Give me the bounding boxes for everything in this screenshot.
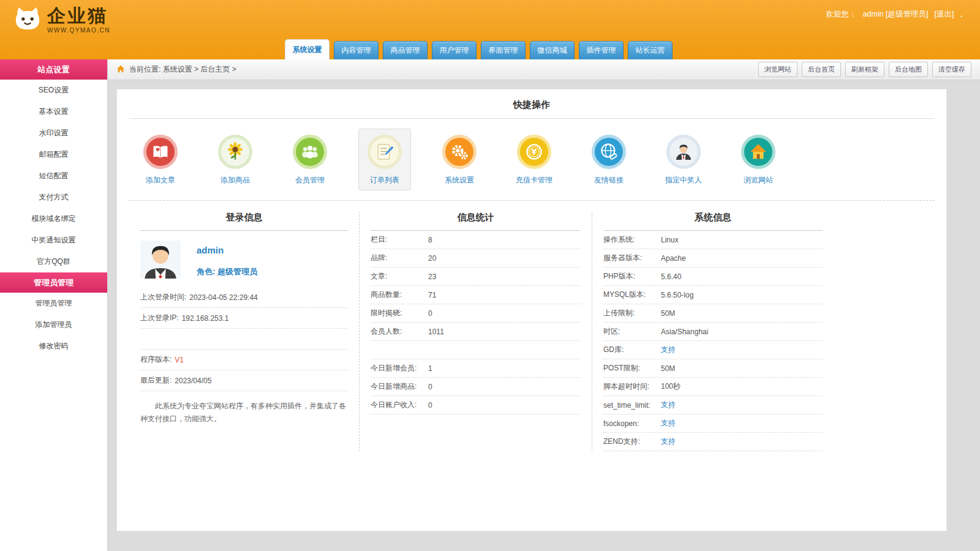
- system-info-row: set_time_limit: 支持: [603, 396, 823, 414]
- sunflower-icon: [218, 135, 252, 169]
- statistics-title: 信息统计: [371, 212, 581, 231]
- login-info-row: 上次登录IP: 192.168.253.1: [140, 308, 348, 329]
- sidebar-item[interactable]: 支付方式: [0, 187, 107, 208]
- system-info-panel: 系统信息 操作系统: Linux 服务器版本: Apache PHP版本:: [592, 212, 834, 451]
- quick-action-friend-links[interactable]: 友情链接: [582, 129, 635, 190]
- stat-row: 会员人数: 1011: [371, 323, 581, 341]
- stat-row: 栏目: 8: [371, 231, 581, 249]
- quick-action-label: 指定中奖人: [665, 175, 702, 186]
- system-info-row: 上传限制: 50M: [603, 304, 823, 323]
- current-user[interactable]: admin [超级管理员]: [863, 9, 929, 20]
- user-bar-suffix: 。: [960, 9, 968, 20]
- system-info-row: GD库: 支持: [603, 341, 823, 359]
- quick-action-assign-winner[interactable]: 指定中奖人: [657, 129, 710, 190]
- nav-tab[interactable]: 内容管理: [334, 41, 379, 59]
- nav-tab[interactable]: 系统设置: [285, 39, 330, 59]
- system-info-row: POST限制: 50M: [603, 359, 823, 378]
- system-info-row: 服务器版本: Apache: [603, 249, 823, 268]
- quick-action-order-list[interactable]: 订单列表: [358, 129, 411, 190]
- nav-tab[interactable]: 用户管理: [432, 41, 477, 59]
- info-columns: 登录信息 admin 角色: 超级管理员: [129, 212, 934, 451]
- quick-action-label: 浏览网站: [744, 175, 773, 186]
- stat-row: 限时揭晓: 0: [371, 304, 581, 323]
- nav-tab[interactable]: 商品管理: [383, 41, 428, 59]
- sidebar-item[interactable]: 中奖通知设置: [0, 230, 107, 251]
- system-info-row: 时区: Asia/Shanghai: [603, 323, 823, 341]
- avatar: [140, 241, 181, 281]
- stat-row: [371, 341, 581, 359]
- login-info-row: 程序版本: V1: [140, 350, 348, 370]
- gears-icon: [442, 135, 477, 169]
- quick-action-recharge-cards[interactable]: ¥ 充值卡管理: [508, 129, 560, 190]
- sidebar-item[interactable]: 邮箱配置: [0, 144, 107, 165]
- sidebar: 站点设置 SEO设置 基本设置 水印设置 邮箱配置 短信配置 支付方式 模块域名…: [0, 59, 108, 551]
- breadcrumb-bar: 当前位置: 系统设置 > 后台主页 > 浏览网站 后台首页 刷新框架 后台地图 …: [108, 59, 980, 80]
- quick-action-label: 添加商品: [221, 175, 250, 186]
- stat-row: 今日新增会员: 1: [371, 359, 581, 378]
- sidebar-item[interactable]: 短信配置: [0, 165, 107, 187]
- sidebar-item[interactable]: 水印设置: [0, 122, 107, 144]
- breadcrumb-action-button[interactable]: 刷新框架: [845, 62, 884, 77]
- breadcrumb-action-button[interactable]: 后台首页: [802, 62, 841, 77]
- system-info-title: 系统信息: [603, 212, 823, 231]
- cat-logo-icon: [13, 6, 42, 34]
- breadcrumb-action-button[interactable]: 清空缓存: [932, 62, 971, 77]
- breadcrumb-action-button[interactable]: 后台地图: [889, 62, 928, 77]
- article-book-icon: [143, 135, 178, 169]
- globe-link-icon: [592, 135, 626, 169]
- sidebar-admin-items: 管理员管理 添加管理员 修改密码: [0, 293, 107, 357]
- sidebar-item[interactable]: 模块域名绑定: [0, 208, 107, 230]
- login-info-title: 登录信息: [140, 212, 348, 231]
- quick-action-label: 系统设置: [445, 175, 474, 186]
- sidebar-item[interactable]: 官方QQ群: [0, 251, 107, 272]
- login-info-row: [140, 329, 348, 350]
- logout-link[interactable]: [退出]: [935, 9, 954, 20]
- sidebar-item[interactable]: 修改密码: [0, 335, 107, 357]
- logged-in-role: 角色: 超级管理员: [197, 266, 257, 277]
- quick-action-system-settings[interactable]: 系统设置: [433, 129, 486, 190]
- system-info-row: 操作系统: Linux: [603, 231, 823, 249]
- quick-action-add-product[interactable]: 添加商品: [209, 129, 262, 190]
- coin-icon: ¥: [517, 135, 551, 169]
- nav-tab[interactable]: 站长运营: [628, 41, 673, 59]
- quick-actions-title: 快捷操作: [129, 99, 934, 119]
- system-info-row: fsockopen: 支持: [603, 414, 823, 433]
- breadcrumb-action-button[interactable]: 浏览网站: [758, 62, 797, 77]
- login-info-rows: 上次登录时间: 2023-04-05 22:29:44 上次登录IP: 192.…: [140, 287, 348, 391]
- sidebar-item[interactable]: 基本设置: [0, 101, 107, 122]
- stat-row: 文章: 23: [371, 268, 581, 286]
- quick-action-members[interactable]: 会员管理: [284, 129, 336, 190]
- nav-tab[interactable]: 插件管理: [579, 41, 624, 59]
- sidebar-section-site-settings[interactable]: 站点设置: [0, 59, 107, 80]
- house-icon: [741, 135, 775, 169]
- statistics-rows: 栏目: 8 品牌: 20 文章: 23 商品数量:: [371, 231, 581, 414]
- sidebar-section-admin-management[interactable]: 管理员管理: [0, 272, 107, 293]
- system-info-row: 脚本超时时间: 100秒: [603, 378, 823, 396]
- system-info-row: PHP版本: 5.6.40: [603, 268, 823, 286]
- quick-action-label: 友情链接: [594, 175, 624, 186]
- logo-title: 企业猫: [47, 7, 110, 25]
- breadcrumb: 当前位置: 系统设置 > 后台主页 >: [129, 64, 236, 75]
- system-info-row: ZEND支持: 支持: [603, 433, 823, 451]
- welcome-label: 欢迎您：: [826, 9, 857, 20]
- sidebar-item[interactable]: 管理员管理: [0, 293, 107, 314]
- stat-row: 今日账户收入: 0: [371, 396, 581, 414]
- logo[interactable]: 企业猫 WWW.QYMAO.CN: [13, 6, 110, 34]
- svg-text:¥: ¥: [531, 148, 537, 157]
- quick-action-add-article[interactable]: 添加文章: [134, 129, 187, 190]
- nav-tab[interactable]: 界面管理: [481, 41, 526, 59]
- nav-tab[interactable]: 微信商城: [530, 41, 575, 59]
- members-icon: [293, 135, 327, 169]
- home-icon[interactable]: [116, 65, 125, 75]
- system-info-row: MYSQL版本: 5.6.50-log: [603, 286, 823, 304]
- app-header: 企业猫 WWW.QYMAO.CN 欢迎您： admin [超级管理员] [退出]…: [0, 0, 980, 59]
- main-nav-tabs: 系统设置 内容管理 商品管理 用户管理 界面管理 微信商城 插件管理 站长运营: [285, 39, 673, 59]
- sidebar-item[interactable]: 添加管理员: [0, 314, 107, 335]
- sidebar-item[interactable]: SEO设置: [0, 80, 107, 101]
- login-info-panel: 登录信息 admin 角色: 超级管理员: [129, 212, 359, 451]
- quick-action-label: 添加文章: [146, 175, 175, 186]
- quick-action-browse-site[interactable]: 浏览网站: [732, 129, 785, 190]
- quick-actions-row: 添加文章: [117, 119, 946, 195]
- logged-in-username: admin: [197, 245, 257, 255]
- stat-row: 今日新增商品: 0: [371, 378, 581, 396]
